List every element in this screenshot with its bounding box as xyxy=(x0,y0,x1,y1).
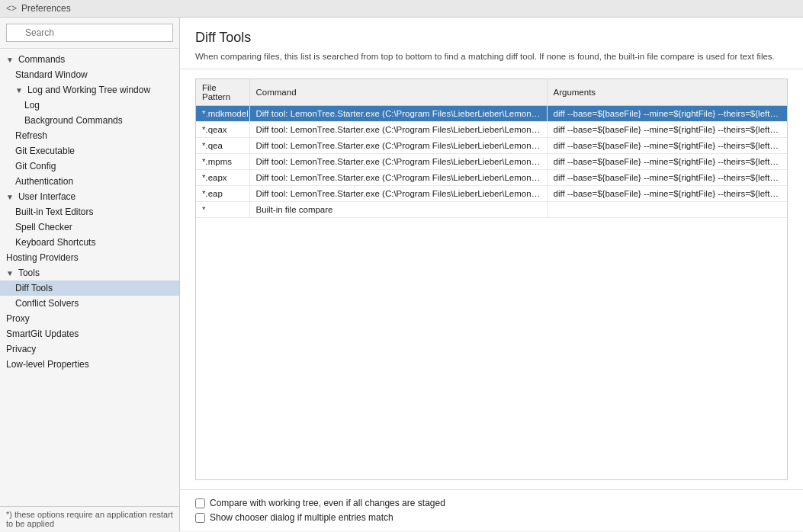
sidebar-item-refresh[interactable]: Refresh xyxy=(0,128,179,143)
cell-arguments: diff --base=${baseFile} --mine=${rightFi… xyxy=(547,106,787,122)
sidebar-item-authentication[interactable]: Authentication xyxy=(0,174,179,189)
cell-arguments: diff --base=${baseFile} --mine=${rightFi… xyxy=(547,170,787,186)
table-row[interactable]: *.mdkmodelDiff tool: LemonTree.Starter.e… xyxy=(196,106,787,122)
expand-arrow: ▼ xyxy=(15,86,23,95)
sidebar-item-spell-checker[interactable]: Spell Checker xyxy=(0,220,179,235)
cell-pattern: *.qea xyxy=(196,138,249,154)
sidebar-item-label: Tools xyxy=(18,268,40,278)
sidebar-item-label: Background Commands xyxy=(24,115,123,126)
sidebar-item-tools[interactable]: ▼Tools xyxy=(0,265,179,280)
checkbox-label-show-chooser-dialog: Show chooser dialog if multiple entries … xyxy=(210,512,393,523)
cell-pattern: * xyxy=(196,202,249,218)
search-input[interactable] xyxy=(6,24,173,42)
col-header-command: Command xyxy=(249,79,547,106)
search-box-container: 🔍 xyxy=(0,18,179,49)
sidebar-item-label: Low-level Properties xyxy=(6,359,89,370)
sidebar-item-label: Refresh xyxy=(15,130,47,141)
sidebar-item-label: Diff Tools xyxy=(15,283,53,293)
content-description: When comparing files, this list is searc… xyxy=(195,50,788,62)
cell-pattern: *.mdkmodel xyxy=(196,106,249,122)
cell-command: Diff tool: LemonTree.Starter.exe (C:\Pro… xyxy=(249,138,547,154)
sidebar-item-keyboard-shortcuts[interactable]: Keyboard Shortcuts xyxy=(0,235,179,250)
sidebar-item-low-level-properties[interactable]: Low-level Properties xyxy=(0,357,179,372)
sidebar-item-commands[interactable]: ▼Commands xyxy=(0,52,179,67)
checkbox-row-show-chooser-dialog: Show chooser dialog if multiple entries … xyxy=(195,512,788,523)
diff-tools-table-container: File Pattern Command Arguments *.mdkmode… xyxy=(195,79,788,480)
expand-arrow: ▼ xyxy=(6,193,14,201)
cell-arguments: diff --base=${baseFile} --mine=${rightFi… xyxy=(547,138,787,154)
content-footer: Compare with working tree, even if all c… xyxy=(180,489,803,531)
sidebar-item-standard-window[interactable]: Standard Window xyxy=(0,67,179,82)
cell-command: Diff tool: LemonTree.Starter.exe (C:\Pro… xyxy=(249,122,547,138)
sidebar-item-built-in-text-editors[interactable]: Built-in Text Editors xyxy=(0,204,179,220)
diff-tools-table: File Pattern Command Arguments *.mdkmode… xyxy=(196,79,787,218)
cell-pattern: *.qeax xyxy=(196,122,249,138)
sidebar-item-label: Conflict Solvers xyxy=(15,298,79,309)
content-header: Diff Tools When comparing files, this li… xyxy=(180,18,803,69)
sidebar-item-label: Built-in Text Editors xyxy=(15,207,94,217)
sidebar-item-label: Commands xyxy=(18,54,65,65)
sidebar-item-background-commands[interactable]: Background Commands xyxy=(0,113,179,128)
search-wrapper: 🔍 xyxy=(6,24,173,42)
sidebar-item-label: Hosting Providers xyxy=(6,252,79,263)
sidebar-item-smartgit-updates[interactable]: SmartGit Updates xyxy=(0,326,179,341)
cell-command: Built-in file compare xyxy=(249,202,547,218)
sidebar: 🔍 ▼CommandsStandard Window▼Log and Worki… xyxy=(0,18,180,531)
sidebar-item-log[interactable]: Log xyxy=(0,98,179,113)
cell-pattern: *.mpms xyxy=(196,154,249,170)
sidebar-item-label: Authentication xyxy=(15,176,73,187)
cell-pattern: *.eapx xyxy=(196,170,249,186)
sidebar-item-git-executable[interactable]: Git Executable xyxy=(0,143,179,159)
checkbox-row-compare-working-tree: Compare with working tree, even if all c… xyxy=(195,498,788,508)
sidebar-item-label: User Interface xyxy=(18,191,75,202)
sidebar-item-privacy[interactable]: Privacy xyxy=(0,341,179,357)
sidebar-item-diff-tools[interactable]: Diff Tools xyxy=(0,280,179,296)
sidebar-item-proxy[interactable]: Proxy xyxy=(0,311,179,326)
cell-arguments: diff --base=${baseFile} --mine=${rightFi… xyxy=(547,154,787,170)
table-row[interactable]: *.eapDiff tool: LemonTree.Starter.exe (C… xyxy=(196,186,787,202)
sidebar-item-label: Git Executable xyxy=(15,146,75,156)
cell-arguments: diff --base=${baseFile} --mine=${rightFi… xyxy=(547,122,787,138)
sidebar-item-user-interface[interactable]: ▼User Interface xyxy=(0,189,179,204)
cell-command: Diff tool: LemonTree.Starter.exe (C:\Pro… xyxy=(249,170,547,186)
cell-arguments: diff --base=${baseFile} --mine=${rightFi… xyxy=(547,186,787,202)
table-header-row: File Pattern Command Arguments xyxy=(196,79,787,106)
col-header-pattern: File Pattern xyxy=(196,79,249,106)
sidebar-item-git-config[interactable]: Git Config xyxy=(0,159,179,174)
expand-arrow: ▼ xyxy=(6,56,14,64)
table-row[interactable]: *.mpmsDiff tool: LemonTree.Starter.exe (… xyxy=(196,154,787,170)
sidebar-item-log-working-tree[interactable]: ▼Log and Working Tree window xyxy=(0,82,179,98)
sidebar-item-label: Git Config xyxy=(15,161,56,171)
checkbox-show-chooser-dialog[interactable] xyxy=(195,513,205,523)
col-header-arguments: Arguments xyxy=(547,79,787,106)
sidebar-footer-notice: *) these options require an application … xyxy=(0,506,179,531)
sidebar-item-label: Keyboard Shortcuts xyxy=(15,237,95,248)
cell-arguments xyxy=(547,202,787,218)
table-row[interactable]: *.qeaxDiff tool: LemonTree.Starter.exe (… xyxy=(196,122,787,138)
table-row[interactable]: *.eapxDiff tool: LemonTree.Starter.exe (… xyxy=(196,170,787,186)
table-row[interactable]: *.qeaDiff tool: LemonTree.Starter.exe (C… xyxy=(196,138,787,154)
main-container: 🔍 ▼CommandsStandard Window▼Log and Worki… xyxy=(0,18,803,531)
cell-command: Diff tool: LemonTree.Starter.exe (C:\Pro… xyxy=(249,154,547,170)
title-bar-text: Preferences xyxy=(21,3,71,14)
content-body: File Pattern Command Arguments *.mdkmode… xyxy=(180,69,803,489)
sidebar-item-label: SmartGit Updates xyxy=(6,328,79,339)
sidebar-item-label: Proxy xyxy=(6,313,30,324)
sidebar-item-label: Log and Working Tree window xyxy=(27,85,150,95)
expand-arrow: ▼ xyxy=(6,269,14,277)
sidebar-item-label: Spell Checker xyxy=(15,222,72,232)
checkbox-label-compare-working-tree: Compare with working tree, even if all c… xyxy=(210,498,445,508)
checkbox-compare-working-tree[interactable] xyxy=(195,498,205,508)
table-row[interactable]: *Built-in file compare xyxy=(196,202,787,218)
content-area: Diff Tools When comparing files, this li… xyxy=(180,18,803,531)
cell-command: Diff tool: LemonTree.Starter.exe (C:\Pro… xyxy=(249,186,547,202)
sidebar-item-label: Privacy xyxy=(6,344,36,354)
cell-pattern: *.eap xyxy=(196,186,249,202)
page-title: Diff Tools xyxy=(195,30,788,46)
sidebar-item-label: Standard Window xyxy=(15,69,88,80)
title-bar: <> Preferences xyxy=(0,0,803,18)
sidebar-item-label: Log xyxy=(24,100,40,111)
sidebar-item-hosting-providers[interactable]: Hosting Providers xyxy=(0,250,179,265)
sidebar-item-conflict-solvers[interactable]: Conflict Solvers xyxy=(0,296,179,311)
sidebar-nav: ▼CommandsStandard Window▼Log and Working… xyxy=(0,49,179,506)
